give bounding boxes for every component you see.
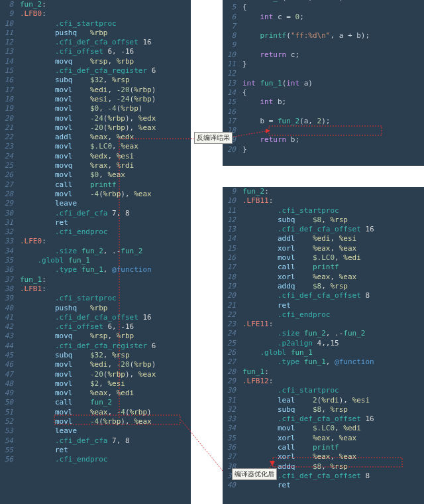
code-line: 33 .cfi_def_cfa_offset 16 (223, 414, 424, 424)
line-number: 6 (223, 13, 240, 22)
line-number: 32 (0, 227, 17, 237)
code-line: 38.LFB1: (0, 284, 191, 294)
line-number: 10 (223, 196, 240, 206)
code-content: fun_1: (240, 367, 269, 377)
line-number: 11 (0, 29, 17, 38)
line-number: 34 (0, 247, 17, 256)
code-content: .LFB0: (17, 9, 46, 19)
line-number: 52 (0, 417, 17, 426)
line-number: 40 (0, 304, 17, 313)
code-line: 52 movl -4(%rbp), %eax (0, 417, 191, 426)
code-line: 37fun_1: (0, 275, 191, 284)
code-content: return b; (240, 135, 299, 145)
line-number: 28 (223, 367, 240, 377)
code-content: } (240, 145, 247, 155)
code-line: 15 int b; (223, 97, 424, 107)
code-content: movq %rsp, %rbp (17, 332, 134, 341)
line-number: 42 (0, 322, 17, 332)
bottom-right-asm-panel: 9fun_2:10.LFB11:11 .cfi_startproc12 subq… (223, 187, 424, 504)
code-line: 6 int c = 0; (223, 13, 424, 22)
line-number: 53 (0, 426, 17, 436)
code-line: 21 movl -20(%rbp), %eax (0, 123, 191, 133)
line-number: 16 (223, 107, 240, 117)
code-line: 19 addq $8, %rsp (223, 282, 424, 291)
code-content: subq $8, %rsp (240, 405, 348, 414)
code-content: ret (17, 218, 85, 227)
line-number: 11 (223, 60, 240, 69)
code-content: movl %edx, %esi (17, 152, 134, 161)
code-line: 34 movl $.LC0, %edi (223, 424, 424, 433)
code-line: 12 subq $8, %rsp (223, 216, 424, 225)
code-line: 24 .size fun_2, .-fun_2 (223, 329, 424, 338)
line-number: 39 (0, 294, 17, 303)
code-content: call printf (240, 443, 339, 452)
line-number: 13 (0, 47, 17, 56)
line-number: 54 (0, 436, 17, 446)
code-content: movl -20(%rbp), %eax (17, 123, 156, 133)
code-content: addq $8, %rsp (240, 282, 348, 291)
line-number: 16 (0, 76, 17, 85)
code-line: 31 ret (0, 218, 191, 227)
code-content: .cfi_startproc (17, 294, 117, 303)
line-number: 40 (223, 481, 240, 490)
line-number: 33 (223, 414, 240, 424)
code-line: 20 .cfi_def_cfa_offset 8 (223, 291, 424, 300)
line-number: 31 (223, 396, 240, 405)
code-line: 14{ (223, 88, 424, 97)
line-number: 13 (223, 225, 240, 234)
code-line: 10 return c; (223, 50, 424, 60)
code-line: 22 .cfi_endproc (223, 310, 424, 320)
line-number: 34 (223, 424, 240, 433)
line-number: 9 (0, 9, 17, 19)
code-line: 15 .cfi_def_cfa_register 6 (0, 66, 191, 76)
code-content: .cfi_endproc (17, 455, 107, 464)
code-content: .cfi_endproc (17, 227, 107, 237)
code-content: .cfi_endproc (240, 310, 330, 320)
code-line: 35 xorl %eax, %eax (223, 434, 424, 443)
line-number: 22 (0, 133, 17, 142)
code-content: movl -4(%rbp), %eax (17, 417, 152, 426)
line-number: 7 (223, 22, 240, 31)
code-content: movq %rax, %rdi (17, 161, 134, 170)
code-content: } (240, 60, 247, 69)
code-content: .cfi_def_cfa 7, 8 (17, 209, 130, 218)
code-line: 9.LFB0: (0, 9, 191, 19)
code-line: 45 subq $32, %rsp (0, 351, 191, 360)
code-content: .cfi_def_cfa_offset 16 (240, 225, 374, 234)
line-number: 26 (0, 170, 17, 180)
code-line: 19 movl $0, -4(%rbp) (0, 104, 191, 113)
code-line: 47 movl -20(%rbp), %eax (0, 370, 191, 379)
code-line: 14 movq %rsp, %rbp (0, 57, 191, 66)
line-number: 25 (0, 161, 17, 170)
code-line: 17 movl %edi, -20(%rbp) (0, 86, 191, 95)
code-line: 56 .cfi_endproc (0, 455, 191, 464)
code-content: .globl fun_1 (240, 348, 313, 357)
code-content: .LFE0: (17, 237, 46, 246)
code-content: addl %edi, %esi (240, 234, 356, 243)
code-line: 24 movl %edx, %esi (0, 152, 191, 161)
line-number: 47 (0, 370, 17, 379)
line-number: 14 (0, 57, 17, 66)
code-line: 18 xorl %eax, %eax (223, 273, 424, 282)
line-number: 12 (223, 69, 240, 78)
code-line: 8fun_2: (0, 0, 191, 9)
code-content: b = fun_2(a, 2); (240, 117, 330, 126)
code-line: 40 ret (223, 481, 424, 490)
code-content: .cfi_offset 6, -16 (17, 47, 134, 56)
code-line: 33.LFE0: (0, 237, 191, 246)
line-number: 36 (0, 265, 17, 275)
line-number: 23 (0, 142, 17, 151)
code-content (240, 40, 242, 50)
code-content: xorl %eax, %eax (240, 244, 356, 253)
code-content: { (240, 3, 247, 12)
code-line: 27 .type fun_1, @function (223, 357, 424, 367)
code-line: 55 ret (0, 446, 191, 455)
code-line: 54 .cfi_def_cfa 7, 8 (0, 436, 191, 446)
line-number: 13 (223, 79, 240, 88)
line-number: 26 (223, 348, 240, 357)
code-line: 13 .cfi_offset 6, -16 (0, 47, 191, 56)
code-content: call printf (17, 180, 117, 190)
code-line: 13 .cfi_def_cfa_offset 16 (223, 225, 424, 234)
line-number: 14 (223, 88, 240, 97)
line-number: 50 (0, 398, 17, 407)
